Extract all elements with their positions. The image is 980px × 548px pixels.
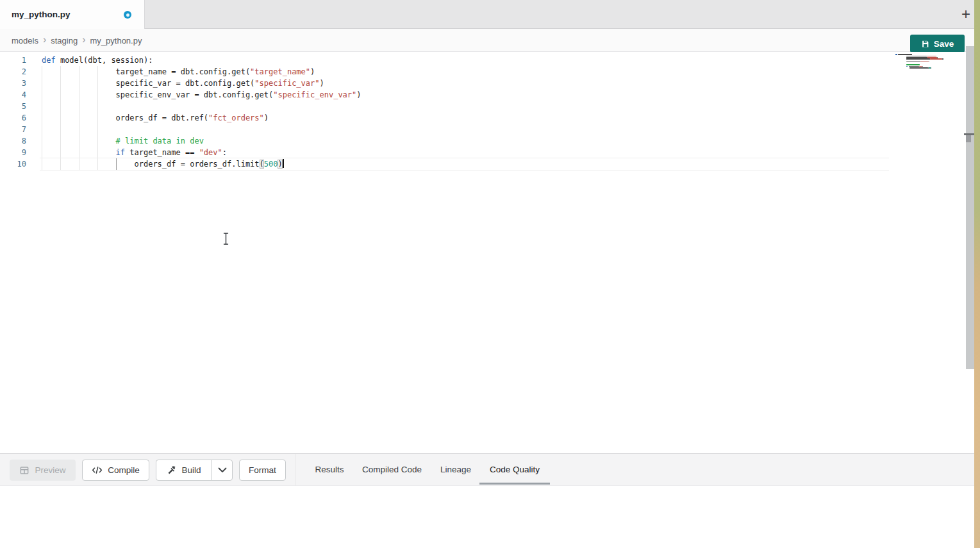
code-line[interactable]: 7 xyxy=(0,124,891,135)
table-icon xyxy=(19,465,29,476)
tab-lineage[interactable]: Lineage xyxy=(436,454,476,485)
code-lines: 1def model(dbt, session):2 target_name =… xyxy=(0,54,891,170)
format-button-label: Format xyxy=(249,465,276,475)
code-line[interactable]: 9 if target_name == "dev": xyxy=(0,147,891,158)
compile-button[interactable]: Compile xyxy=(82,460,149,481)
build-split-button: Build xyxy=(156,460,233,481)
preview-button[interactable]: Preview xyxy=(10,460,76,481)
hammer-icon xyxy=(167,465,177,475)
editor-caret xyxy=(283,159,284,168)
chevron-right-icon: › xyxy=(43,35,46,46)
desktop-wallpaper-strip xyxy=(974,0,980,548)
code-quality-pane xyxy=(0,486,974,548)
format-button[interactable]: Format xyxy=(239,460,286,481)
code-line[interactable]: 2 target_name = dbt.config.get("target_n… xyxy=(0,66,891,78)
file-tab-title: my_python.py xyxy=(12,10,71,19)
preview-button-label: Preview xyxy=(35,465,65,475)
code-line[interactable]: 3 specific_var = dbt.config.get("specifi… xyxy=(0,78,891,89)
compile-button-label: Compile xyxy=(108,465,140,475)
breadcrumb-bar: models › staging › my_python.py Save xyxy=(0,29,974,52)
text-cursor-icon xyxy=(222,232,230,245)
toolbar-divider xyxy=(295,454,296,486)
build-button[interactable]: Build xyxy=(156,460,212,480)
code-line[interactable]: 4 specific_env_var = dbt.config.get("spe… xyxy=(0,89,891,101)
code-icon xyxy=(92,466,103,474)
active-tab-underline xyxy=(479,483,550,485)
chevron-right-icon: › xyxy=(82,35,85,46)
code-line[interactable]: 5 xyxy=(0,101,891,112)
breadcrumb-item-file[interactable]: my_python.py xyxy=(90,36,142,46)
build-options-dropdown[interactable] xyxy=(212,460,232,480)
breadcrumb: models › staging › my_python.py xyxy=(12,29,142,52)
code-editor[interactable]: 1def model(dbt, session):2 target_name =… xyxy=(0,52,974,453)
tab-results[interactable]: Results xyxy=(310,454,349,485)
vertical-scrollbar-thumb[interactable] xyxy=(966,135,971,142)
breadcrumb-item-staging[interactable]: staging xyxy=(51,36,78,46)
code-line[interactable]: 8 # limit data in dev xyxy=(0,135,891,147)
save-button[interactable]: Save xyxy=(910,35,965,53)
minimap[interactable] xyxy=(895,54,938,69)
code-line[interactable]: 6 orders_df = dbt.ref("fct_orders") xyxy=(0,112,891,124)
breadcrumb-item-models[interactable]: models xyxy=(12,36,38,46)
bottom-toolbar: Preview Compile Build xyxy=(0,453,974,486)
unsaved-changes-dot-icon xyxy=(124,11,131,19)
code-line[interactable]: 10 orders_df = orders_df.limit(500) xyxy=(0,158,891,170)
tab-code-quality[interactable]: Code Quality xyxy=(486,454,544,485)
build-button-label: Build xyxy=(182,465,201,475)
save-button-label: Save xyxy=(934,39,954,49)
new-tab-button[interactable]: + xyxy=(956,4,976,24)
code-line[interactable]: 1def model(dbt, session): xyxy=(0,54,891,66)
floppy-disk-icon xyxy=(921,40,929,48)
file-tab-bar: my_python.py + xyxy=(0,0,974,29)
vertical-scrollbar-track[interactable] xyxy=(966,46,974,369)
file-tab-my-python[interactable]: my_python.py xyxy=(0,0,145,29)
chevron-down-icon xyxy=(218,467,227,473)
tab-compiled-code[interactable]: Compiled Code xyxy=(359,454,425,485)
ide-window: my_python.py + models › staging › my_pyt… xyxy=(0,0,974,548)
dbt-cloud-ide: my_python.py + models › staging › my_pyt… xyxy=(0,0,980,548)
